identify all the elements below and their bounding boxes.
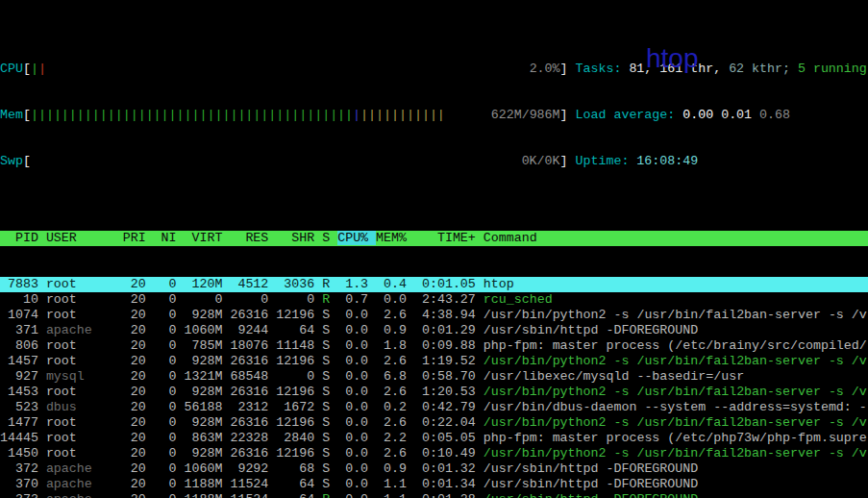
process-row[interactable]: 372 apache 20 0 1060M 9292 68 S 0.0 0.9 … <box>0 461 868 477</box>
process-row[interactable]: 1453 root 20 0 928M 26316 12196 S 0.0 2.… <box>0 385 868 400</box>
cell-cmd: php-fpm: master process (/etc/php73w/php… <box>484 431 867 445</box>
swp-meter-value: 0K/0K <box>522 154 560 168</box>
cell-virt: 928M <box>185 385 231 399</box>
process-row[interactable]: 927 mysql 20 0 1321M 68548 0 S 0.0 6.8 0… <box>0 369 868 385</box>
process-row[interactable]: 14445 root 20 0 863M 22328 2840 S 0.0 2.… <box>0 431 868 446</box>
cell-pri: 20 <box>123 323 154 337</box>
process-row[interactable]: 370 apache 20 0 1188M 11524 64 S 0.0 1.1… <box>0 477 868 492</box>
cell-shr: 64 <box>276 477 322 491</box>
cell-cpu: 0.7 <box>337 292 376 307</box>
column-header-command[interactable]: Command <box>484 231 867 245</box>
cell-s: S <box>322 431 337 445</box>
cell-pid: 10 <box>0 292 46 307</box>
cell-pri: 20 <box>123 477 154 491</box>
cell-user: apache <box>46 492 123 498</box>
mem-meter-blue-ticks: | <box>353 108 360 122</box>
column-header-cpu[interactable]: CPU% <box>337 231 376 245</box>
process-row[interactable]: 523 dbus 20 0 56188 2312 1672 S 0.0 0.2 … <box>0 400 868 415</box>
cell-cpu: 1.3 <box>337 277 376 291</box>
column-header-pid[interactable]: PID <box>0 231 46 245</box>
cell-mem: 1.1 <box>376 492 414 498</box>
cell-s: S <box>322 400 337 414</box>
process-row[interactable]: 1457 root 20 0 928M 26316 12196 S 0.0 2.… <box>0 354 868 369</box>
cell-cmd: /usr/bin/python2 -s /usr/bin/fail2ban-se… <box>484 308 867 322</box>
column-header-s[interactable]: S <box>322 231 337 245</box>
column-header-virt[interactable]: VIRT <box>185 231 231 245</box>
process-list: 7883 root 20 0 120M 4512 3036 R 1.3 0.4 … <box>0 277 868 498</box>
cell-pri: 20 <box>123 338 154 353</box>
cell-res: 4512 <box>230 277 276 291</box>
column-header-pri[interactable]: PRI <box>123 231 154 245</box>
cell-shr: 12196 <box>276 308 322 322</box>
process-row[interactable]: 371 apache 20 0 1060M 9244 64 S 0.0 0.9 … <box>0 323 868 338</box>
process-row[interactable]: 373 apache 20 0 1188M 11524 64 R 0.0 1.1… <box>0 492 868 498</box>
cell-shr: 12196 <box>276 415 322 430</box>
cell-virt: 1321M <box>185 369 231 384</box>
cell-mem: 2.6 <box>376 354 414 368</box>
cell-pri: 20 <box>123 308 154 322</box>
cell-ni: 0 <box>154 431 185 445</box>
cell-time: 0:01.28 <box>414 492 484 498</box>
cell-mem: 1.1 <box>376 477 414 491</box>
cell-pid: 523 <box>0 400 46 414</box>
cell-s: R <box>322 277 337 291</box>
cell-cmd: /usr/sbin/httpd -DFOREGROUND <box>484 492 867 498</box>
cell-cmd: /usr/sbin/httpd -DFOREGROUND <box>484 477 867 491</box>
process-row-selected[interactable]: 7883 root 20 0 120M 4512 3036 R 1.3 0.4 … <box>0 277 868 292</box>
cell-s: S <box>322 338 337 353</box>
column-header-mem[interactable]: MEM% <box>376 231 414 245</box>
cell-ni: 0 <box>154 338 185 353</box>
cell-ni: 0 <box>154 446 185 461</box>
cell-res: 22328 <box>230 431 276 445</box>
cell-pid: 1457 <box>0 354 46 368</box>
column-header-shr[interactable]: SHR <box>276 231 322 245</box>
cell-s: S <box>322 369 337 384</box>
cell-pri: 20 <box>123 385 154 399</box>
cell-res: 11524 <box>230 477 276 491</box>
cell-time: 0:05.05 <box>414 431 484 445</box>
process-row[interactable]: 10 root 20 0 0 0 0 R 0.7 0.0 2:43.27 rcu… <box>0 292 868 308</box>
cell-virt: 863M <box>185 431 231 445</box>
process-row[interactable]: 1450 root 20 0 928M 26316 12196 S 0.0 2.… <box>0 446 868 461</box>
tasks-summary-segment-4: 5 running <box>798 62 867 76</box>
cell-pid: 7883 <box>0 277 46 291</box>
load-average-segment-0: Load average: <box>576 108 683 122</box>
cell-cmd: /usr/libexec/mysqld --basedir=/usr <box>484 369 867 384</box>
cell-ni: 0 <box>154 308 185 322</box>
cell-virt: 1060M <box>185 323 231 337</box>
cell-s: S <box>322 308 337 322</box>
column-header-user[interactable]: USER <box>46 231 123 245</box>
htop-terminal: CPU[|| 2.0%] Tasks: 81, 161 thr, 62 kthr… <box>0 0 868 498</box>
process-row[interactable]: 806 root 20 0 785M 18076 11148 S 0.0 1.8… <box>0 338 868 354</box>
cell-res: 26316 <box>230 354 276 368</box>
cell-cmd: /usr/bin/python2 -s /usr/bin/fail2ban-se… <box>484 446 867 461</box>
cell-ni: 0 <box>154 354 185 368</box>
column-header-res[interactable]: RES <box>230 231 276 245</box>
cell-cpu: 0.0 <box>337 415 376 430</box>
cell-user: apache <box>46 477 123 491</box>
cell-pid: 373 <box>0 492 46 498</box>
cpu-meter-green-ticks: | <box>31 62 38 76</box>
cpu-meter-line: CPU[|| 2.0%] Tasks: 81, 161 thr, 62 kthr… <box>0 62 868 77</box>
cell-shr: 68 <box>276 461 322 476</box>
process-row[interactable]: 1477 root 20 0 928M 26316 12196 S 0.0 2.… <box>0 415 868 431</box>
cell-shr: 11148 <box>276 338 322 353</box>
mem-meter-close-bracket: ] <box>560 108 576 122</box>
cell-user: root <box>46 446 123 461</box>
process-row[interactable]: 1074 root 20 0 928M 26316 12196 S 0.0 2.… <box>0 308 868 323</box>
cell-virt: 120M <box>185 277 231 291</box>
cell-ni: 0 <box>154 492 185 498</box>
cell-user: mysql <box>46 369 123 384</box>
cell-shr: 12196 <box>276 446 322 461</box>
cell-cpu: 0.0 <box>337 477 376 491</box>
cell-s: S <box>322 354 337 368</box>
cell-virt: 785M <box>185 338 231 353</box>
column-header-time[interactable]: TIME+ <box>414 231 484 245</box>
cell-res: 26316 <box>230 385 276 399</box>
cell-user: root <box>46 354 123 368</box>
column-header-ni[interactable]: NI <box>154 231 185 245</box>
cell-pri: 20 <box>123 400 154 414</box>
mem-meter-value: 622M/986M <box>491 108 560 122</box>
cell-user: root <box>46 277 123 291</box>
cell-virt: 928M <box>185 415 231 430</box>
